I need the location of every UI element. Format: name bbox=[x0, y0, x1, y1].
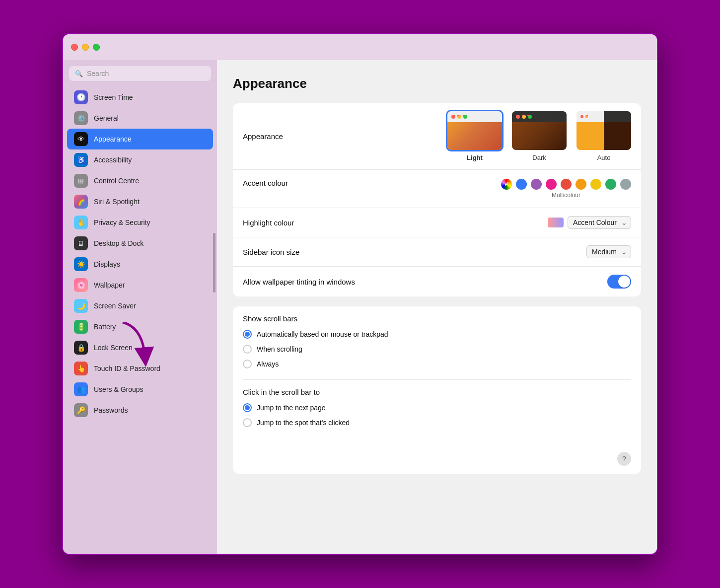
title-bar bbox=[63, 34, 657, 60]
color-red[interactable] bbox=[561, 179, 572, 190]
wallpaper-tinting-label: Allow wallpaper tinting in windows bbox=[243, 278, 607, 286]
sidebar-icon-size-row: Sidebar icon size Medium bbox=[233, 237, 641, 267]
sidebar-item-label: General bbox=[94, 114, 119, 122]
sidebar-item-label: Desktop & Dock bbox=[94, 239, 144, 247]
scroll-auto-radio[interactable] bbox=[243, 330, 252, 339]
click-next-page-label: Jump to the next page bbox=[257, 404, 326, 412]
sidebar-size-select-wrapper[interactable]: Medium bbox=[586, 245, 631, 258]
lock-screen-icon: 🔒 bbox=[74, 341, 88, 355]
sidebar-item-screen-saver[interactable]: 🌙 Screen Saver bbox=[67, 295, 213, 316]
light-label: Light bbox=[467, 154, 483, 161]
dark-thumb-graphic bbox=[512, 111, 567, 150]
scroll-always-label: Always bbox=[257, 360, 279, 368]
sidebar-item-passwords[interactable]: 🔑 Passwords bbox=[67, 400, 213, 421]
color-multicolor[interactable] bbox=[501, 179, 512, 190]
sidebar-item-label: Siri & Spotlight bbox=[94, 198, 140, 206]
scroll-always-option[interactable]: Always bbox=[243, 357, 631, 371]
sidebar-item-touch-id[interactable]: 👆 Touch ID & Password bbox=[67, 358, 213, 379]
color-purple[interactable] bbox=[531, 179, 542, 190]
minimize-button[interactable] bbox=[82, 44, 89, 51]
appearance-option-auto[interactable]: Auto bbox=[576, 111, 631, 161]
screen-saver-icon: 🌙 bbox=[74, 299, 88, 313]
appearance-section-card: Appearance bbox=[233, 103, 641, 296]
click-spot-clicked-option[interactable]: Jump to the spot that's clicked bbox=[243, 415, 631, 430]
sidebar-item-accessibility[interactable]: ♿ Accessibility bbox=[67, 149, 213, 170]
scroll-bars-label: Show scroll bars bbox=[243, 312, 631, 327]
sidebar-scrollbar[interactable] bbox=[213, 233, 216, 293]
color-green[interactable] bbox=[605, 179, 616, 190]
selected-color-label: Multicolour bbox=[552, 192, 580, 199]
accessibility-icon: ♿ bbox=[74, 153, 88, 167]
page-title: Appearance bbox=[233, 76, 641, 91]
light-thumb-graphic bbox=[447, 111, 502, 150]
click-spot-clicked-radio[interactable] bbox=[243, 418, 252, 427]
sidebar-item-screen-time[interactable]: 🕐 Screen Time bbox=[67, 87, 213, 108]
sidebar-size-select[interactable]: Medium bbox=[586, 245, 631, 258]
sidebar-item-label: Users & Groups bbox=[94, 385, 144, 393]
sidebar-item-control-centre[interactable]: ⊞ Control Centre bbox=[67, 170, 213, 191]
sidebar-item-desktop[interactable]: 🖥 Desktop & Dock bbox=[67, 233, 213, 254]
color-graphite[interactable] bbox=[620, 179, 631, 190]
color-pink[interactable] bbox=[546, 179, 557, 190]
screen-time-icon: 🕐 bbox=[74, 90, 88, 104]
appearance-options: Light bbox=[447, 111, 631, 161]
battery-icon: 🔋 bbox=[74, 320, 88, 334]
click-next-page-radio[interactable] bbox=[243, 403, 252, 412]
sidebar-item-displays[interactable]: ☀️ Displays bbox=[67, 254, 213, 275]
appearance-option-light[interactable]: Light bbox=[447, 111, 502, 161]
help-button[interactable]: ? bbox=[617, 452, 631, 466]
sidebar-item-label: Passwords bbox=[94, 406, 128, 414]
color-dots bbox=[501, 179, 631, 190]
dark-thumbnail[interactable] bbox=[512, 111, 567, 150]
wallpaper-tinting-toggle[interactable] bbox=[607, 275, 631, 289]
scroll-scrolling-radio[interactable] bbox=[243, 345, 252, 354]
appearance-label: Appearance bbox=[243, 132, 447, 141]
appearance-row: Appearance bbox=[233, 103, 641, 170]
search-bar[interactable]: 🔍 Search bbox=[69, 66, 211, 81]
accent-colour-label: Accent colour bbox=[243, 179, 501, 187]
light-thumbnail[interactable] bbox=[447, 111, 502, 150]
main-content: Appearance Appearance bbox=[217, 60, 657, 554]
appearance-option-dark[interactable]: Dark bbox=[512, 111, 567, 161]
scroll-auto-option[interactable]: Automatically based on mouse or trackpad bbox=[243, 327, 631, 342]
sidebar-item-users[interactable]: 👥 Users & Groups bbox=[67, 379, 213, 400]
general-icon: ⚙️ bbox=[74, 111, 88, 125]
highlight-control: Accent Colour bbox=[548, 216, 631, 229]
click-scroll-radio-group: Jump to the next page Jump to the spot t… bbox=[243, 400, 631, 430]
appearance-icon: 👁 bbox=[74, 132, 88, 146]
control-centre-icon: ⊞ bbox=[74, 174, 88, 188]
highlight-select[interactable]: Accent Colour bbox=[568, 216, 631, 229]
scroll-always-radio[interactable] bbox=[243, 360, 252, 368]
highlight-select-wrapper[interactable]: Accent Colour bbox=[568, 216, 631, 229]
dark-label: Dark bbox=[532, 154, 546, 161]
sidebar-item-label: Wallpaper bbox=[94, 281, 125, 289]
sidebar-item-label: Lock Screen bbox=[94, 344, 133, 352]
sidebar-item-siri[interactable]: 🌈 Siri & Spotlight bbox=[67, 191, 213, 212]
auto-thumbnail[interactable] bbox=[576, 111, 631, 150]
maximize-button[interactable] bbox=[93, 44, 100, 51]
privacy-icon: ✋ bbox=[74, 216, 88, 229]
accent-colour-row: Accent colour Mu bbox=[233, 170, 641, 208]
sidebar-item-general[interactable]: ⚙️ General bbox=[67, 108, 213, 129]
click-scroll-section: Click in the scroll bar to Jump to the n… bbox=[233, 380, 641, 438]
scroll-bars-section: Show scroll bars Automatically based on … bbox=[233, 306, 641, 379]
sidebar-item-lock-screen[interactable]: 🔒 Lock Screen bbox=[67, 337, 213, 358]
color-blue[interactable] bbox=[516, 179, 527, 190]
sidebar-item-label: Control Centre bbox=[94, 177, 139, 185]
passwords-icon: 🔑 bbox=[74, 403, 88, 417]
sidebar-item-privacy[interactable]: ✋ Privacy & Security bbox=[67, 212, 213, 233]
close-button[interactable] bbox=[71, 44, 78, 51]
click-next-page-option[interactable]: Jump to the next page bbox=[243, 400, 631, 415]
scroll-bars-section-card: Show scroll bars Automatically based on … bbox=[233, 306, 641, 474]
scroll-scrolling-option[interactable]: When scrolling bbox=[243, 342, 631, 357]
sidebar-item-wallpaper[interactable]: 🌸 Wallpaper bbox=[67, 275, 213, 295]
sidebar-item-battery[interactable]: 🔋 Battery bbox=[67, 316, 213, 337]
color-yellow[interactable] bbox=[590, 179, 601, 190]
color-orange[interactable] bbox=[576, 179, 586, 190]
click-scroll-label: Click in the scroll bar to bbox=[243, 386, 631, 400]
scroll-auto-label: Automatically based on mouse or trackpad bbox=[257, 330, 388, 338]
highlight-colour-row: Highlight colour Accent Colour bbox=[233, 208, 641, 237]
sidebar-item-appearance[interactable]: 👁 Appearance bbox=[67, 129, 213, 149]
sidebar-item-label: Accessibility bbox=[94, 156, 132, 164]
click-spot-clicked-label: Jump to the spot that's clicked bbox=[257, 419, 350, 427]
